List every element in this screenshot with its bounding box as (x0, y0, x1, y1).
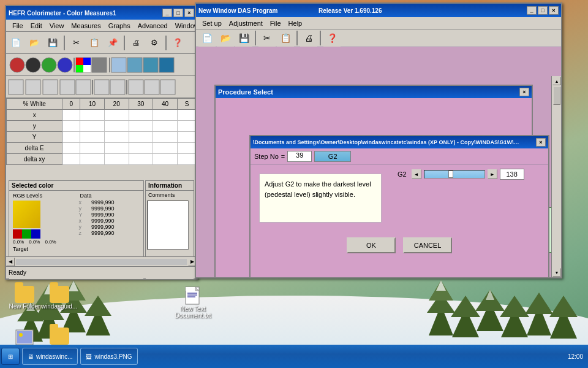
hefr-close-btn[interactable]: × (184, 9, 194, 17)
taskbar-windaswinc-btn[interactable]: 🖥 windaswinc... (22, 348, 78, 365)
das-vscroll[interactable]: ▲ ▼ (551, 76, 561, 277)
g2-slider-thumb[interactable] (448, 171, 453, 178)
file-dialog-close-btn[interactable]: × (536, 138, 546, 147)
svg-rect-58 (186, 287, 195, 291)
g2-slider-right-arrow[interactable]: ► (488, 169, 497, 179)
svg-rect-40 (109, 58, 110, 72)
menu-file[interactable]: File (9, 21, 27, 31)
g2-slider-left-arrow[interactable]: ◄ (412, 169, 421, 179)
tb-new[interactable]: 📄 (7, 34, 24, 52)
pct-g: 0.0% (29, 239, 40, 245)
data-val-Y1: 9999,990 (90, 212, 142, 218)
svg-rect-41 (111, 58, 126, 72)
folder-icon-3 (50, 328, 69, 345)
hefr-maximize-btn[interactable]: □ (173, 9, 183, 17)
das-maximize-btn[interactable]: □ (538, 6, 548, 15)
svg-rect-46 (26, 80, 40, 94)
das-minimize-btn[interactable]: _ (527, 6, 537, 15)
das-menu-file[interactable]: File (266, 18, 285, 28)
das-tb-print[interactable]: 🖨 (300, 29, 317, 47)
taskbar: ⊞ 🖥 windaswinc... 🖼 windas3.PNG 12:00 (0, 345, 588, 368)
tb-paste[interactable]: 📌 (104, 34, 121, 52)
svg-point-29 (10, 58, 24, 72)
das-tb-cut[interactable]: ✂ (258, 29, 276, 47)
step-name: G2 (314, 151, 351, 162)
svg-rect-64 (17, 331, 32, 343)
das-menu-help[interactable]: Help (285, 18, 306, 28)
information-title: Information (146, 181, 194, 191)
das-tb-save[interactable]: 💾 (235, 29, 252, 47)
col-0: 0 (62, 99, 80, 110)
hefr-minimize-btn[interactable]: _ (162, 9, 172, 17)
das-titlebar-buttons: _ □ × (527, 6, 559, 15)
cancel-button[interactable]: CANCEL (403, 237, 452, 253)
system-tray: 12:00 (563, 353, 588, 360)
desktop-icon-label-windasguid: windasguid... (42, 303, 77, 310)
desktop-icon-new-text-doc[interactable]: New Text Document.txt (172, 283, 214, 321)
hefr-titlebar: HEFR Colorimeter - Color Measures1 _ □ × (6, 6, 197, 20)
svg-rect-53 (126, 80, 127, 94)
table-row-x: x (7, 110, 197, 121)
g2-slider-track[interactable] (424, 170, 485, 178)
hefr-status: Ready (6, 266, 197, 278)
tb-copy[interactable]: 📋 (86, 34, 103, 52)
svg-point-65 (19, 333, 23, 337)
das-close-btn[interactable]: × (549, 6, 559, 15)
svg-rect-50 (92, 80, 93, 94)
taskbar-start-btn[interactable]: ⊞ (1, 348, 20, 365)
svg-rect-43 (143, 58, 158, 72)
instruction-box: Adjust G2 to make the darkest level (ped… (259, 174, 382, 223)
menu-edit[interactable]: Edit (27, 21, 46, 31)
tb-save[interactable]: 💾 (44, 34, 61, 52)
proc-dialog-close-btn[interactable]: × (519, 88, 529, 96)
start-icon: ⊞ (8, 353, 13, 360)
data-row-Y1: Y 9999,990 (78, 212, 143, 218)
file-dialog-path: \Documents and Settings\Owner\Desktop\wi… (253, 139, 522, 145)
pct-b: 0.0% (45, 239, 56, 245)
menu-graphs[interactable]: Graphs (105, 21, 134, 31)
das-scroll-up[interactable]: ▲ (552, 77, 561, 85)
menu-measures[interactable]: Measures (67, 21, 104, 31)
step-number[interactable]: 39 (287, 151, 312, 162)
row-label-y: y (7, 121, 62, 132)
das-content: Procedure Select × \Documents and Settin… (196, 47, 561, 277)
tb-help[interactable]: ❓ (169, 34, 186, 52)
das-scroll-thumb[interactable] (553, 86, 560, 105)
desktop-icon-label-text-doc: New Text Document.txt (174, 305, 212, 319)
hscroll-left[interactable]: ◀ (6, 258, 15, 266)
clock: 12:00 (568, 353, 583, 360)
swatch-r (13, 229, 22, 239)
das-menu-setup[interactable]: Set up (198, 18, 225, 28)
text-doc-icon (183, 286, 203, 305)
menu-view[interactable]: View (46, 21, 68, 31)
hefr-nav-toolbar (6, 76, 197, 98)
tb-print[interactable]: 🖨 (127, 34, 145, 52)
hefr-window: HEFR Colorimeter - Color Measures1 _ □ ×… (5, 5, 198, 280)
table-row-deltaxy: delta xy (7, 154, 197, 165)
hefr-hscroll[interactable]: ◀ ▶ (6, 256, 197, 266)
das-tb-new[interactable]: 📄 (198, 29, 216, 47)
taskbar-icon-2: 🖼 (86, 353, 92, 360)
tb-cut[interactable]: ✂ (67, 34, 85, 52)
das-tb-open[interactable]: 📂 (217, 29, 234, 47)
comments-area[interactable] (147, 201, 189, 250)
svg-rect-48 (60, 80, 75, 94)
g2-row: G2 ◄ ► 138 (398, 169, 524, 180)
swatch-g (22, 229, 31, 239)
tb-open[interactable]: 📂 (26, 34, 43, 52)
desktop-icon-windasguid[interactable]: windasguid... (38, 283, 81, 312)
col-10: 10 (80, 99, 105, 110)
col-40: 40 (153, 99, 178, 110)
das-tb-copy[interactable]: 📋 (277, 29, 294, 47)
ok-button[interactable]: OK (347, 237, 396, 253)
taskbar-windas3png-btn[interactable]: 🖼 windas3.PNG (80, 348, 137, 365)
menu-advanced[interactable]: Advanced (134, 21, 172, 31)
das-tb-help[interactable]: ❓ (323, 29, 341, 47)
tb-unknown[interactable]: ⚙ (146, 34, 163, 52)
das-menu-adjustment[interactable]: Adjustment (225, 18, 266, 28)
proc-dialog-title-text: Procedure Select (218, 88, 273, 96)
das-scroll-down[interactable]: ▼ (552, 268, 561, 277)
hscroll-track[interactable] (16, 259, 187, 265)
svg-rect-47 (43, 80, 58, 94)
svg-marker-26 (549, 296, 578, 317)
